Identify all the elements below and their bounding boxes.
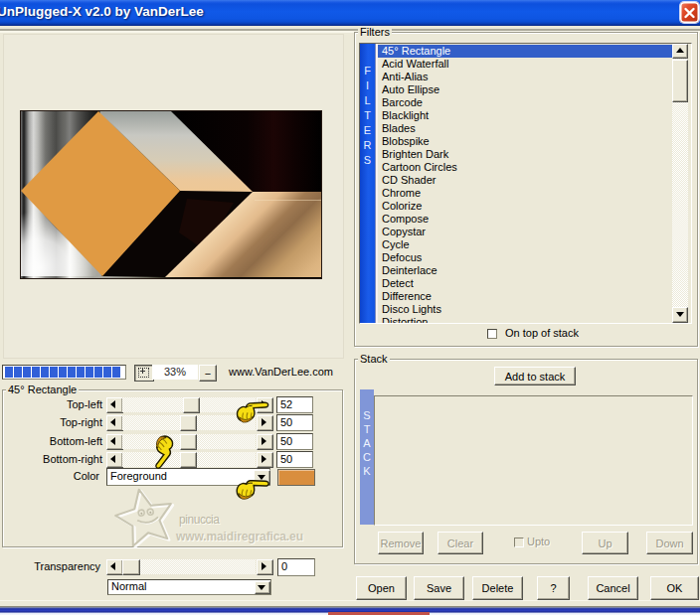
svg-text:pinuccia: pinuccia (179, 513, 220, 527)
svg-text:www.maidiregrafica.eu: www.maidiregrafica.eu (175, 530, 303, 543)
